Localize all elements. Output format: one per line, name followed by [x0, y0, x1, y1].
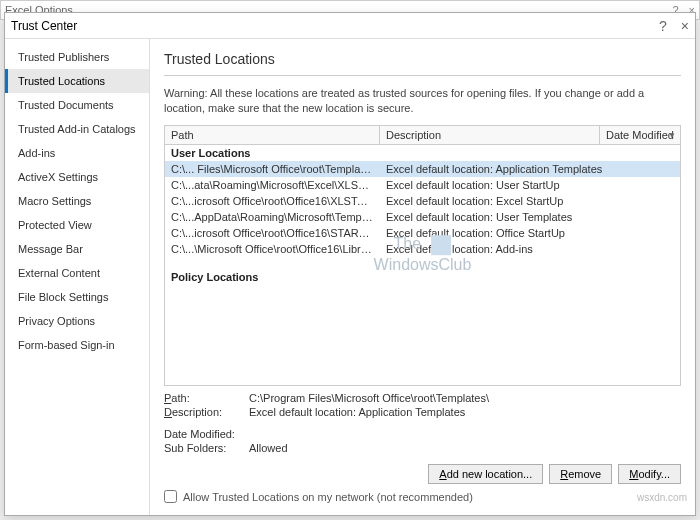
- cell-path: C:\... Files\Microsoft Office\root\Templ…: [165, 162, 380, 176]
- detail-sub-value: Allowed: [249, 442, 288, 454]
- allow-network-checkbox[interactable]: [164, 490, 177, 503]
- allow-network-label: Allow Trusted Locations on my network (n…: [183, 491, 473, 503]
- group-policy-locations: Policy Locations: [165, 269, 680, 285]
- table-row[interactable]: C:\... Files\Microsoft Office\root\Templ…: [165, 161, 680, 177]
- col-header-description[interactable]: Description: [380, 126, 600, 144]
- table-row[interactable]: C:\...icrosoft Office\root\Office16\STAR…: [165, 225, 680, 241]
- help-icon[interactable]: ?: [659, 18, 667, 34]
- modify-button[interactable]: Modify...: [618, 464, 681, 484]
- col-header-date-modified[interactable]: Date Modified ▼: [600, 126, 680, 144]
- sidebar-item-privacy-options[interactable]: Privacy Options: [5, 309, 149, 333]
- cell-description: Excel default location: Add-ins: [380, 242, 680, 256]
- sidebar-item-message-bar[interactable]: Message Bar: [5, 237, 149, 261]
- url-watermark: wsxdn.com: [637, 492, 687, 503]
- cell-path: C:\...icrosoft Office\root\Office16\STAR…: [165, 226, 380, 240]
- detail-date-label: Date Modified:: [164, 428, 249, 440]
- col-header-path[interactable]: Path: [165, 126, 380, 144]
- main-panel: Trusted Locations Warning: All these loc…: [150, 39, 695, 515]
- sidebar-item-add-ins[interactable]: Add-ins: [5, 141, 149, 165]
- sidebar-item-file-block-settings[interactable]: File Block Settings: [5, 285, 149, 309]
- warning-text: Warning: All these locations are treated…: [164, 86, 681, 117]
- sidebar: Trusted PublishersTrusted LocationsTrust…: [5, 39, 150, 515]
- sidebar-item-trusted-add-in-catalogs[interactable]: Trusted Add-in Catalogs: [5, 117, 149, 141]
- sidebar-item-trusted-publishers[interactable]: Trusted Publishers: [5, 45, 149, 69]
- detail-path-label: Path:: [164, 392, 249, 404]
- remove-button[interactable]: Remove: [549, 464, 612, 484]
- table-row[interactable]: C:\...ata\Roaming\Microsoft\Excel\XLSTAR…: [165, 177, 680, 193]
- dialog-title: Trust Center: [11, 19, 77, 33]
- detail-desc-label: Description:: [164, 406, 249, 418]
- details-panel: Path: C:\Program Files\Microsoft Office\…: [164, 392, 681, 456]
- sidebar-item-trusted-documents[interactable]: Trusted Documents: [5, 93, 149, 117]
- cell-description: Excel default location: Office StartUp: [380, 226, 680, 240]
- cell-description: Excel default location: Excel StartUp: [380, 194, 680, 208]
- cell-path: C:\...icrosoft Office\root\Office16\XLST…: [165, 194, 380, 208]
- locations-table: Path Description Date Modified ▼ User Lo…: [164, 125, 681, 386]
- cell-path: C:\...ata\Roaming\Microsoft\Excel\XLSTAR…: [165, 178, 380, 192]
- section-title: Trusted Locations: [164, 51, 681, 67]
- sidebar-item-activex-settings[interactable]: ActiveX Settings: [5, 165, 149, 189]
- sidebar-item-form-based-sign-in[interactable]: Form-based Sign-in: [5, 333, 149, 357]
- detail-sub-label: Sub Folders:: [164, 442, 249, 454]
- close-icon[interactable]: ×: [681, 18, 689, 34]
- dialog-titlebar: Trust Center ? ×: [5, 13, 695, 39]
- cell-description: Excel default location: User Templates: [380, 210, 680, 224]
- group-user-locations: User Locations: [165, 145, 680, 161]
- table-header: Path Description Date Modified ▼: [165, 126, 680, 145]
- button-row: Add new location... Remove Modify...: [164, 464, 681, 484]
- sidebar-item-trusted-locations[interactable]: Trusted Locations: [5, 69, 149, 93]
- detail-path-value: C:\Program Files\Microsoft Office\root\T…: [249, 392, 489, 404]
- chevron-down-icon: ▼: [668, 130, 676, 139]
- table-row[interactable]: C:\...AppData\Roaming\Microsoft\Template…: [165, 209, 680, 225]
- cell-path: C:\...AppData\Roaming\Microsoft\Template…: [165, 210, 380, 224]
- add-new-location-button[interactable]: Add new location...: [428, 464, 543, 484]
- detail-desc-value: Excel default location: Application Temp…: [249, 406, 465, 418]
- table-body: User LocationsC:\... Files\Microsoft Off…: [165, 145, 680, 385]
- cell-path: C:\...\Microsoft Office\root\Office16\Li…: [165, 242, 380, 256]
- table-row[interactable]: C:\...icrosoft Office\root\Office16\XLST…: [165, 193, 680, 209]
- sidebar-item-external-content[interactable]: External Content: [5, 261, 149, 285]
- cell-description: Excel default location: User StartUp: [380, 178, 680, 192]
- sidebar-item-macro-settings[interactable]: Macro Settings: [5, 189, 149, 213]
- sidebar-item-protected-view[interactable]: Protected View: [5, 213, 149, 237]
- table-row[interactable]: C:\...\Microsoft Office\root\Office16\Li…: [165, 241, 680, 257]
- divider: [164, 75, 681, 76]
- cell-description: Excel default location: Application Temp…: [380, 162, 680, 176]
- trust-center-dialog: Trust Center ? × Trusted PublishersTrust…: [4, 12, 696, 516]
- allow-network-checkbox-row[interactable]: Allow Trusted Locations on my network (n…: [164, 490, 681, 503]
